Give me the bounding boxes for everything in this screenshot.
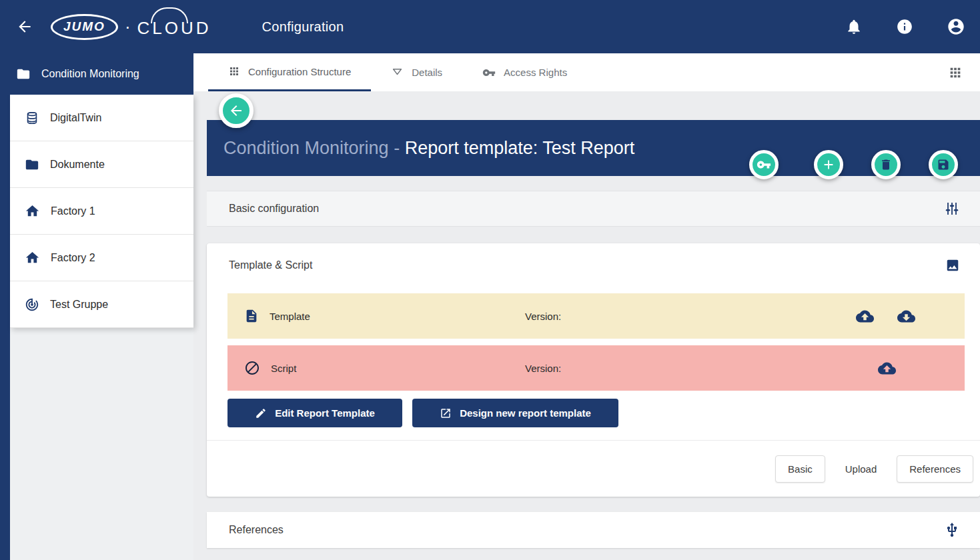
cloud-arc-shape — [151, 7, 188, 23]
section-references[interactable]: References — [207, 512, 980, 548]
sidebar-accent-strip — [0, 53, 10, 560]
title-main: Report template: Test Report — [405, 138, 635, 158]
card-divider — [207, 440, 980, 441]
home-icon — [25, 250, 40, 265]
script-version-label: Version: — [525, 363, 561, 374]
upload-button[interactable]: Upload — [845, 463, 877, 475]
template-row: Template Version: — [227, 293, 965, 339]
cloud-logo-text: CLOUD — [137, 15, 211, 39]
main-content: Configuration Structure Details Access R… — [193, 53, 980, 560]
section-basic-configuration[interactable]: Basic configuration — [207, 191, 980, 227]
title-separator: - — [389, 138, 405, 158]
brand-separator: · — [125, 17, 131, 37]
database-icon — [25, 111, 39, 125]
design-button-label: Design new report template — [460, 407, 591, 419]
template-cloud-actions — [856, 307, 915, 325]
key-icon — [482, 66, 496, 79]
template-script-card: Template & Script Template Version: Scri… — [207, 243, 980, 497]
content-header-title: Condition Monitoring - Report template: … — [223, 138, 634, 159]
cloud-upload-icon[interactable] — [878, 359, 896, 377]
tab-details[interactable]: Details — [371, 53, 462, 91]
sidebar-item-factory-2[interactable]: Factory 2 — [10, 235, 193, 281]
tab-label: Access Rights — [504, 67, 567, 78]
template-label: Template — [270, 311, 310, 322]
save-icon — [937, 158, 950, 171]
script-row: Script Version: — [227, 345, 965, 391]
account-icon[interactable] — [947, 17, 965, 36]
sidebar-item-test-gruppe[interactable]: Test Gruppe — [10, 281, 193, 328]
basic-configuration-label: Basic configuration — [229, 203, 319, 215]
app-page-title: Configuration — [262, 19, 344, 35]
sidebar: Condition Monitoring DigitalTwin Dokumen… — [0, 53, 193, 560]
script-cloud-actions — [878, 359, 896, 377]
sidebar-item-label: Dokumente — [50, 159, 105, 171]
apps-grid-icon[interactable] — [948, 65, 963, 80]
template-script-title: Template & Script — [229, 259, 312, 271]
delete-fab[interactable] — [871, 150, 901, 179]
back-icon[interactable] — [16, 18, 33, 35]
sidebar-item-label: Factory 1 — [51, 205, 95, 217]
target-icon — [25, 297, 39, 312]
references-label: References — [229, 524, 284, 536]
references-button[interactable]: References — [897, 455, 973, 483]
document-icon — [244, 309, 259, 323]
tab-label: Details — [412, 67, 442, 78]
sidebar-item-label: Factory 2 — [51, 252, 95, 264]
edit-button-label: Edit Report Template — [275, 407, 375, 419]
sidebar-item-dokumente[interactable]: Dokumente — [10, 141, 193, 188]
topbar-actions — [845, 17, 980, 36]
folder-icon — [25, 157, 39, 172]
tab-bar: Configuration Structure Details Access R… — [193, 53, 980, 91]
sidebar-item-digitaltwin[interactable]: DigitalTwin — [10, 95, 193, 141]
home-icon — [25, 203, 40, 219]
sidebar-item-factory-1[interactable]: Factory 1 — [10, 188, 193, 235]
edit-report-template-button[interactable]: Edit Report Template — [227, 399, 402, 427]
tab-access-rights[interactable]: Access Rights — [462, 53, 587, 91]
grid-icon — [228, 65, 240, 77]
design-new-report-template-button[interactable]: Design new report template — [412, 399, 618, 427]
template-version-label: Version: — [525, 311, 561, 322]
usb-icon[interactable] — [944, 522, 960, 538]
arrow-left-icon — [228, 103, 244, 119]
card-footer-actions: Basic Upload References — [775, 455, 973, 483]
notifications-icon[interactable] — [845, 18, 863, 35]
jumo-cloud-logo: JUMO · CLOUD — [51, 14, 211, 40]
sidebar-tree: DigitalTwin Dokumente Factory 1 Factory … — [10, 95, 193, 328]
cloud-upload-icon[interactable] — [856, 307, 874, 325]
tab-configuration-structure[interactable]: Configuration Structure — [208, 53, 371, 91]
jumo-logo-text: JUMO — [51, 14, 118, 40]
folder-icon — [16, 67, 31, 81]
open-in-new-icon — [440, 407, 452, 419]
sidebar-item-condition-monitoring[interactable]: Condition Monitoring — [0, 53, 193, 95]
key-icon — [757, 157, 771, 172]
no-script-icon — [244, 360, 260, 376]
tab-label: Configuration Structure — [248, 66, 351, 77]
basic-button[interactable]: Basic — [775, 455, 825, 483]
back-fab-button[interactable] — [219, 93, 254, 128]
image-icon[interactable] — [945, 258, 960, 273]
funnel-icon — [391, 66, 404, 79]
sidebar-item-label: DigitalTwin — [50, 112, 101, 124]
trash-icon — [879, 158, 893, 171]
pencil-icon — [255, 407, 267, 419]
plus-icon — [821, 157, 836, 172]
sidebar-item-label: Test Gruppe — [50, 299, 108, 311]
content-header: Condition Monitoring - Report template: … — [207, 120, 980, 176]
cloud-download-icon[interactable] — [897, 307, 915, 325]
save-fab[interactable] — [929, 150, 958, 179]
access-rights-fab[interactable] — [749, 150, 779, 179]
sidebar-header-label: Condition Monitoring — [41, 68, 139, 80]
script-label: Script — [271, 363, 296, 374]
topbar: JUMO · CLOUD Configuration — [0, 0, 980, 53]
title-prefix: Condition Monitoring — [223, 138, 389, 158]
info-icon[interactable] — [896, 18, 913, 35]
tune-icon[interactable] — [944, 201, 960, 217]
add-fab[interactable] — [814, 150, 843, 179]
